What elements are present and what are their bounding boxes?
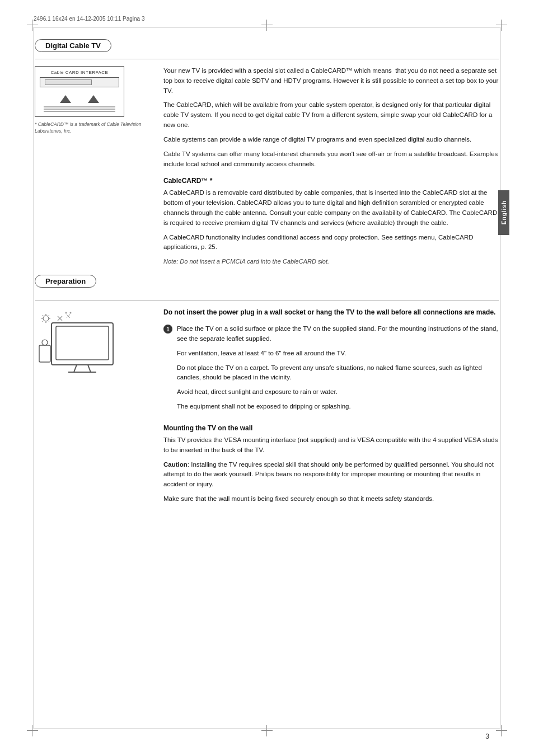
step-1-carpet: Do not place the TV on a carpet. To prev… [177, 363, 499, 383]
step-1-content: Place the TV on a solid surface or place… [177, 324, 499, 416]
step-1-dripping: The equipment shall not be exposed to dr… [177, 402, 499, 412]
border-right [500, 27, 500, 729]
cablecard-arrow-right [88, 95, 99, 103]
preparation-section: Preparation [35, 275, 499, 509]
cablecard-line-2 [44, 109, 115, 110]
mounting-section: Mounting the TV on the wall This TV prov… [163, 424, 499, 504]
svg-point-18 [65, 312, 67, 314]
svg-line-13 [43, 321, 44, 322]
digital-two-col: Cable CARD INTERFACE [35, 66, 499, 265]
svg-point-5 [43, 316, 49, 321]
step-number-1: 1 [163, 325, 172, 334]
prep-two-col: Do not insert the power plug in a wall s… [35, 307, 499, 509]
page-header: 2496.1 16x24 en 14-12-2005 10:11 Pagina … [34, 16, 500, 22]
cablecard-subsection-title: CableCARD™ * [163, 177, 499, 185]
step-1-ventilation: For ventilation, leave at least 4" to 6"… [177, 349, 499, 359]
svg-line-10 [43, 315, 44, 316]
border-left [34, 27, 34, 729]
svg-line-11 [49, 321, 50, 322]
digital-intro-para-3: Cable systems can provide a wide range o… [163, 135, 499, 145]
digital-section-divider [35, 59, 499, 59]
prep-section-divider [35, 300, 499, 300]
prep-warning: Do not insert the power plug in a wall s… [163, 307, 499, 317]
page-number: 3 [485, 732, 489, 740]
prep-right-col: Do not insert the power plug in a wall s… [163, 307, 499, 509]
svg-line-2 [74, 365, 77, 372]
svg-point-19 [70, 312, 72, 314]
preparation-title: Preparation [35, 275, 96, 288]
mounting-para-2: Caution: Installing the TV requires spec… [163, 460, 499, 490]
mounting-para-3: Make sure that the wall mount is being f… [163, 494, 499, 504]
svg-line-3 [88, 365, 91, 372]
mounting-para-1: This TV provides the VESA mounting inter… [163, 435, 499, 456]
cablecard-para-1: A CableCARD is a removable card distribu… [163, 188, 499, 228]
page-content: Digital Cable TV Cable CARD INTERFACE [35, 28, 499, 728]
header-text: 2496.1 16x24 en 14-12-2005 10:11 Pagina … [34, 16, 145, 22]
cablecard-interface-label: Cable CARD INTERFACE [40, 70, 119, 75]
svg-rect-0 [51, 323, 113, 365]
digital-left-col: Cable CARD INTERFACE [35, 66, 152, 135]
step-1-text: Place the TV on a solid surface or place… [177, 324, 499, 344]
svg-line-12 [49, 315, 50, 316]
digital-right-col: Your new TV is provided with a special s… [163, 66, 499, 265]
language-label: English [501, 200, 507, 224]
tv-illustration [35, 312, 121, 376]
digital-intro-para-2: The CableCARD, which will be available f… [163, 100, 499, 130]
cablecard-lines [40, 106, 119, 112]
digital-cable-tv-title: Digital Cable TV [35, 39, 111, 52]
digital-intro-para-4: Cable TV systems can offer many local-in… [163, 149, 499, 170]
mounting-title: Mounting the TV on the wall [163, 424, 499, 432]
prep-step-1: 1 Place the TV on a solid surface or pla… [163, 324, 499, 416]
cablecard-line-1 [44, 106, 115, 107]
cablecard-diagram: Cable CARD INTERFACE [35, 66, 124, 117]
cablecard-line-3 [44, 111, 115, 112]
cablecard-arrow-left [60, 95, 71, 103]
svg-point-21 [42, 340, 48, 345]
prep-left-col [35, 307, 152, 378]
cablecard-arrows [40, 95, 119, 103]
svg-rect-1 [56, 326, 109, 360]
cablecard-slot-inner [45, 79, 92, 85]
border-bottom [34, 729, 500, 729]
cablecard-para-2: A CableCARD functionality includes condi… [163, 233, 499, 253]
language-tab: English [498, 190, 509, 235]
digital-intro-para-1: Your new TV is provided with a special s… [163, 66, 499, 96]
svg-rect-20 [39, 345, 50, 362]
digital-cable-tv-section: Digital Cable TV Cable CARD INTERFACE [35, 39, 499, 265]
cablecard-note: Note: Do not insert a PCMCIA card into t… [163, 258, 499, 265]
cablecard-slot [40, 77, 119, 87]
border-top [34, 27, 500, 27]
cablecard-trademark: * CableCARD™ is a trademark of Cable Tel… [35, 121, 152, 135]
step-1-heat: Avoid heat, direct sunlight and exposure… [177, 387, 499, 397]
